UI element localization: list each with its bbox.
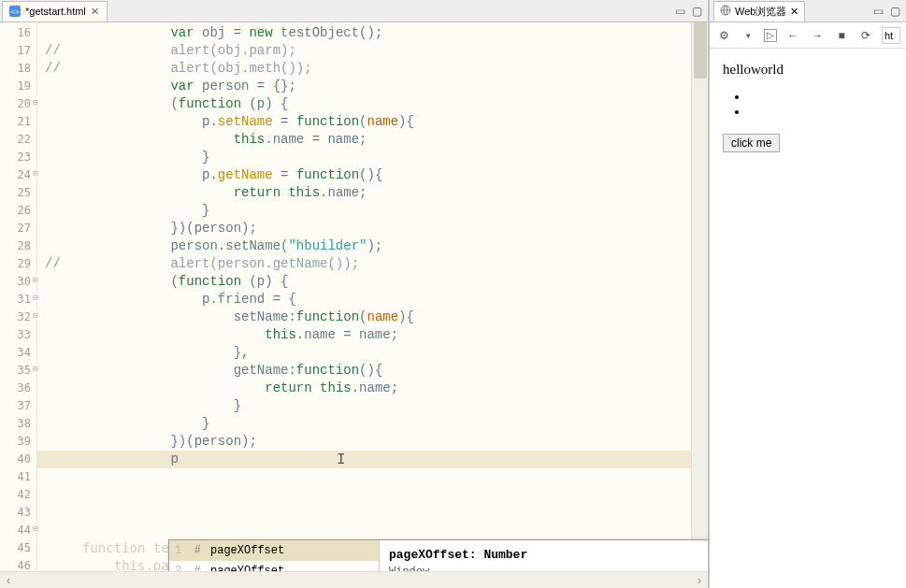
line-number: 40 bbox=[0, 451, 36, 468]
autocomplete-item[interactable]: 2#pageYOffset bbox=[169, 561, 379, 571]
click-me-button[interactable]: click me bbox=[723, 134, 780, 152]
dropdown-icon[interactable]: ▾ bbox=[740, 27, 756, 44]
browser-tab-title: Web浏览器 bbox=[735, 5, 786, 19]
page-list bbox=[749, 89, 893, 119]
line-number: 45 bbox=[0, 539, 36, 557]
run-icon[interactable]: ▷ bbox=[764, 29, 777, 42]
svg-text:<>: <> bbox=[10, 7, 20, 16]
line-number: 37 bbox=[0, 397, 36, 415]
browser-tab[interactable]: Web浏览器 ✕ bbox=[713, 1, 805, 22]
line-number[interactable]: 31 bbox=[0, 291, 36, 308]
editor-tab-tools: ▭ ▢ bbox=[672, 4, 708, 19]
horizontal-scrollbar[interactable]: ‹ › bbox=[0, 571, 708, 588]
minimize-icon[interactable]: ▭ bbox=[870, 4, 885, 19]
globe-icon bbox=[720, 5, 731, 18]
editor-tab[interactable]: <> *getstart.html ✕ bbox=[2, 1, 108, 22]
line-number: 25 bbox=[0, 184, 36, 202]
browser-tabbar: Web浏览器 ✕ ▭ ▢ bbox=[710, 0, 906, 22]
code-lines[interactable]: var obj = new testObject(); // alert(obj… bbox=[37, 22, 691, 571]
address-input[interactable] bbox=[882, 27, 900, 44]
editor-tabbar: <> *getstart.html ✕ ▭ ▢ bbox=[0, 0, 708, 22]
browser-tab-tools: ▭ ▢ bbox=[870, 4, 906, 19]
maximize-icon[interactable]: ▢ bbox=[887, 4, 902, 19]
line-number: 23 bbox=[0, 149, 36, 166]
line-number: 36 bbox=[0, 380, 36, 397]
line-number: 17 bbox=[0, 42, 36, 60]
line-number: 33 bbox=[0, 326, 36, 344]
line-number: 19 bbox=[0, 78, 36, 95]
doc-subtitle: Window bbox=[389, 566, 708, 571]
vertical-scrollbar[interactable] bbox=[691, 22, 708, 571]
browser-content: helloworld click me bbox=[710, 49, 906, 588]
list-item bbox=[749, 89, 893, 104]
stop-icon[interactable]: ■ bbox=[833, 27, 850, 44]
autocomplete-list[interactable]: 1#pageXOffset 2#pageYOffset 3Oparent 4Op… bbox=[169, 540, 380, 571]
code-area[interactable]: 16 17 18 19 20 21 22 23 24 25 26 27 28 2… bbox=[0, 22, 708, 571]
line-number[interactable]: 32 bbox=[0, 308, 36, 326]
line-number: 21 bbox=[0, 113, 36, 131]
line-number: 26 bbox=[0, 202, 36, 220]
line-number[interactable]: 30 bbox=[0, 273, 36, 291]
text-cursor-icon: I bbox=[337, 452, 346, 468]
scroll-right-icon[interactable]: › bbox=[691, 572, 708, 588]
line-number[interactable]: 20 bbox=[0, 95, 36, 113]
scrollbar-thumb[interactable] bbox=[694, 22, 707, 79]
line-number: 39 bbox=[0, 433, 36, 451]
line-number[interactable]: 35 bbox=[0, 362, 36, 380]
line-number: 38 bbox=[0, 415, 36, 433]
minimize-icon[interactable]: ▭ bbox=[672, 4, 687, 19]
editor-pane: <> *getstart.html ✕ ▭ ▢ 16 17 18 19 20 2… bbox=[0, 0, 709, 588]
browser-pane: Web浏览器 ✕ ▭ ▢ ⚙ ▾ ▷ ← → ■ ⟳ helloworld cl… bbox=[709, 0, 906, 588]
list-item bbox=[749, 104, 893, 119]
autocomplete-item[interactable]: 1#pageXOffset bbox=[169, 540, 379, 561]
line-number: 29 bbox=[0, 255, 36, 273]
line-number[interactable]: 24 bbox=[0, 166, 36, 184]
line-number: 43 bbox=[0, 504, 36, 522]
autocomplete-doc: pageXOffset: Number Window 9+ Gets the n… bbox=[380, 540, 708, 571]
line-number: 41 bbox=[0, 468, 36, 486]
browser-toolbar: ⚙ ▾ ▷ ← → ■ ⟳ bbox=[710, 22, 906, 49]
editor-tab-title: *getstart.html bbox=[25, 6, 86, 17]
line-number[interactable]: 44 bbox=[0, 522, 36, 539]
line-number: 22 bbox=[0, 131, 36, 149]
close-icon[interactable]: ✕ bbox=[790, 6, 798, 18]
line-number: 18 bbox=[0, 60, 36, 78]
close-icon[interactable]: ✕ bbox=[90, 6, 101, 17]
line-number: 34 bbox=[0, 344, 36, 362]
html-file-icon: <> bbox=[8, 5, 22, 18]
scroll-left-icon[interactable]: ‹ bbox=[0, 572, 17, 588]
line-number: 16 bbox=[0, 24, 36, 42]
gear-icon[interactable]: ⚙ bbox=[715, 27, 732, 44]
reload-icon[interactable]: ⟳ bbox=[857, 27, 874, 44]
back-icon[interactable]: ← bbox=[784, 27, 801, 44]
line-number: 28 bbox=[0, 237, 36, 255]
page-text: helloworld bbox=[723, 62, 893, 78]
line-number: 42 bbox=[0, 486, 36, 504]
doc-title: pageXOffset: Number bbox=[389, 548, 708, 562]
gutter: 16 17 18 19 20 21 22 23 24 25 26 27 28 2… bbox=[0, 22, 37, 571]
line-number: 27 bbox=[0, 220, 36, 237]
line-number: 46 bbox=[0, 557, 36, 571]
forward-icon[interactable]: → bbox=[809, 27, 826, 44]
autocomplete-popup: 1#pageXOffset 2#pageYOffset 3Oparent 4Op… bbox=[168, 539, 708, 571]
maximize-icon[interactable]: ▢ bbox=[689, 4, 704, 19]
